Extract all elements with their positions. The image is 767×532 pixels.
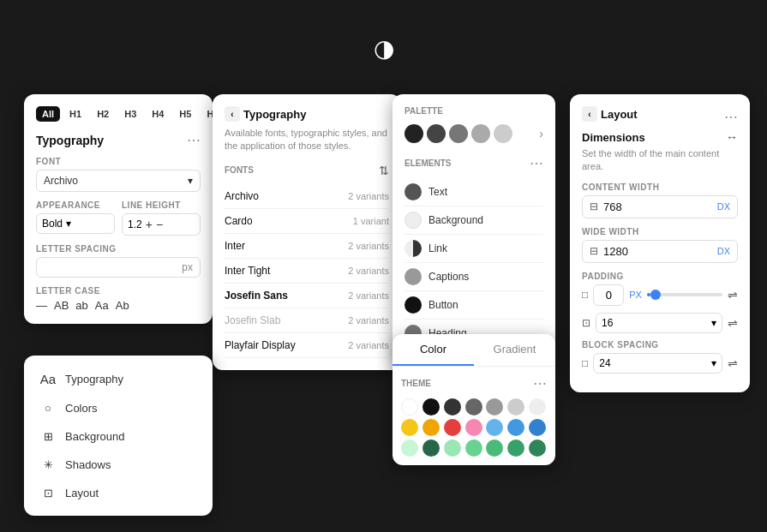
padding-bottom-select[interactable]: 16 ▾ [596, 313, 722, 333]
color-blue[interactable] [507, 419, 524, 436]
element-captions[interactable]: Captions [404, 263, 543, 291]
color-black[interactable] [422, 398, 440, 415]
color-light[interactable] [507, 398, 524, 415]
font-item-cardo[interactable]: Cardo 1 variant [225, 209, 389, 234]
color-mid[interactable] [465, 398, 482, 415]
color-green-light[interactable] [465, 439, 482, 457]
element-button[interactable]: Button [404, 291, 543, 320]
tab-h5[interactable]: H5 [173, 106, 197, 122]
more-options-icon[interactable]: ⋯ [187, 132, 201, 148]
filter-icon[interactable]: ⇅ [379, 164, 389, 177]
adjust-icon-3[interactable]: ⇌ [728, 356, 738, 370]
element-text[interactable]: Text [404, 178, 543, 206]
wide-width-field[interactable]: ⊟ 1280 DX [582, 240, 738, 263]
tab-gradient[interactable]: Gradient [474, 334, 555, 366]
font-item-playfair[interactable]: Playfair Display 2 variants [225, 333, 389, 358]
tab-h3[interactable]: H3 [118, 106, 142, 122]
adjust-icon-2[interactable]: ⇌ [728, 316, 738, 330]
color-blue-light[interactable] [486, 419, 503, 436]
appearance-label: APPEARANCE [36, 200, 115, 210]
sidebar-item-colors[interactable]: ○ Colors [36, 394, 201, 422]
typography-icon: Aa [39, 372, 57, 386]
letter-case-label: LETTER CASE [36, 286, 201, 296]
tab-all[interactable]: All [36, 106, 60, 122]
fonts-header: FONTS ⇅ [225, 164, 389, 177]
sidebar-item-label: Layout [65, 487, 99, 499]
color-blue-dark[interactable] [529, 419, 546, 436]
chevron-right-icon[interactable]: › [539, 127, 543, 140]
font-value: Archivo [44, 175, 78, 187]
font-variants: 2 variants [348, 241, 389, 251]
color-green-lighter[interactable] [444, 439, 461, 457]
palette-label: PALETTE [404, 106, 443, 116]
color-amber[interactable] [422, 419, 440, 436]
font-variants: 2 variants [348, 290, 389, 301]
element-background[interactable]: Background [404, 206, 543, 235]
typography-fonts-panel: ‹ Typography Available fonts, typographi… [213, 94, 401, 370]
block-spacing-select[interactable]: 24 ▾ [593, 353, 722, 374]
font-item-josefin-slab[interactable]: Josefin Slab 2 variants [225, 308, 389, 333]
sidebar-item-shadows[interactable]: ✳ Shadows [36, 451, 201, 479]
swatch-1[interactable] [404, 124, 423, 143]
decrement-button[interactable]: − [156, 218, 163, 231]
font-item-josefin-sans[interactable]: Josefin Sans 2 variants [225, 284, 389, 308]
color-green-darkest[interactable] [422, 439, 440, 457]
increment-button[interactable]: + [146, 218, 153, 231]
lc-titlecase[interactable]: Ab [116, 299, 129, 312]
swatch-5[interactable] [494, 124, 512, 143]
tab-h1[interactable]: H1 [63, 106, 87, 122]
swatch-2[interactable] [427, 124, 446, 143]
more-options-icon[interactable]: ⋯ [533, 375, 547, 392]
font-variants: 1 variant [353, 216, 389, 226]
sidebar-item-typography[interactable]: Aa Typography [36, 364, 201, 394]
lc-dash[interactable]: — [36, 299, 47, 312]
color-gray[interactable] [486, 398, 503, 415]
padding-slider[interactable] [647, 293, 722, 296]
font-item-inter-tight[interactable]: Inter Tight 2 variants [225, 259, 389, 284]
tab-h2[interactable]: H2 [91, 106, 115, 122]
color-tabs: Color Gradient [392, 334, 555, 367]
more-options-icon[interactable]: ⋯ [724, 109, 738, 125]
font-name: Inter Tight [225, 265, 270, 277]
sidebar-item-background[interactable]: ⊞ Background [36, 422, 201, 451]
sidebar-nav-panel: Aa Typography ○ Colors ⊞ Background ✳ Sh… [24, 356, 213, 516]
color-green-medium[interactable] [507, 439, 524, 457]
color-dark[interactable] [444, 398, 461, 415]
lineheight-input[interactable]: 1.2 + − [122, 213, 201, 236]
theme-header: THEME ⋯ [401, 375, 547, 392]
shadows-icon: ✳ [39, 458, 57, 471]
color-green[interactable] [486, 439, 503, 457]
letter-spacing-field[interactable]: px [36, 257, 201, 278]
tab-h4[interactable]: H4 [146, 106, 170, 122]
layout-back-button[interactable]: ‹ Layout [582, 106, 638, 122]
color-red[interactable] [444, 419, 461, 436]
wide-width-unit: DX [717, 246, 730, 256]
content-width-field[interactable]: ⊟ 768 DX [582, 195, 738, 218]
fonts-label: FONTS [225, 165, 254, 175]
elements-header: ELEMENTS ⋯ [404, 155, 543, 171]
appearance-select[interactable]: Bold ▾ [36, 213, 115, 234]
lc-uppercase[interactable]: AB [54, 299, 69, 312]
color-green-lightest[interactable] [401, 439, 418, 457]
color-pink[interactable] [465, 419, 482, 436]
back-button[interactable]: ‹ Typography [225, 106, 389, 122]
padding-value[interactable]: 0 [593, 284, 624, 306]
tab-color[interactable]: Color [392, 334, 474, 366]
element-link[interactable]: Link [404, 235, 543, 263]
more-options-icon[interactable]: ⋯ [530, 155, 543, 171]
font-item-archivo[interactable]: Archivo 2 variants [225, 184, 389, 209]
lc-lowercase[interactable]: ab [75, 299, 87, 312]
swatch-3[interactable] [449, 124, 468, 143]
swatch-4[interactable] [471, 124, 490, 143]
font-item-inter[interactable]: Inter 2 variants [225, 234, 389, 259]
color-lighter[interactable] [529, 398, 546, 415]
link-icon[interactable]: ↔ [726, 130, 738, 144]
color-green-dark[interactable] [529, 439, 546, 457]
sidebar-item-layout[interactable]: ⊡ Layout [36, 479, 201, 507]
lineheight-label: LINE HEIGHT [122, 200, 201, 210]
adjust-icon[interactable]: ⇌ [728, 288, 738, 302]
font-select[interactable]: Archivo ▾ [36, 170, 201, 192]
lc-capitalize[interactable]: Aa [95, 299, 109, 312]
color-yellow[interactable] [401, 419, 418, 436]
color-white[interactable] [401, 398, 418, 415]
